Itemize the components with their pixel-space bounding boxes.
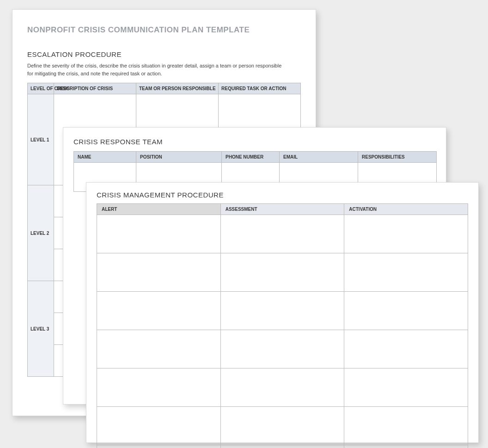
cell (97, 368, 221, 407)
cell (344, 330, 468, 368)
col-task: REQUIRED TASK OR ACTION (219, 83, 301, 94)
escalation-description: Define the severity of the crisis, descr… (27, 62, 286, 77)
col-position: POSITION (136, 152, 222, 163)
sheet-management-procedure: CRISIS MANAGEMENT PROCEDURE ALERT ASSESS… (86, 182, 479, 443)
escalation-heading: ESCALATION PROCEDURE (27, 50, 297, 58)
cell (344, 445, 468, 448)
col-team: TEAM OR PERSON RESPONSIBLE (136, 83, 219, 94)
col-email: EMAIL (280, 152, 358, 163)
level-3-label: LEVEL 3 (28, 281, 54, 377)
cell (344, 215, 468, 253)
col-responsibilities: RESPONSIBILITIES (358, 152, 437, 163)
cell (97, 215, 221, 253)
cell (97, 330, 221, 368)
col-activation: ACTIVATION (344, 204, 468, 215)
cell (97, 253, 221, 292)
cell (344, 368, 468, 407)
response-team-heading: CRISIS RESPONSE TEAM (73, 138, 436, 146)
document-title: NONPROFIT CRISIS COMMUNICATION PLAN TEMP… (27, 25, 297, 35)
cell (220, 215, 344, 253)
col-assessment: ASSESSMENT (220, 204, 344, 215)
cell (344, 407, 468, 445)
cell (97, 292, 221, 330)
cell (344, 253, 468, 292)
cell (220, 253, 344, 292)
cell (97, 407, 221, 445)
cell (220, 445, 344, 448)
level-2-label: LEVEL 2 (28, 185, 54, 281)
management-heading: CRISIS MANAGEMENT PROCEDURE (97, 191, 468, 199)
col-description: DESCRIPTION OF CRISIS (54, 83, 136, 94)
cell (220, 330, 344, 368)
col-phone: PHONE NUMBER (222, 152, 280, 163)
col-name: NAME (74, 152, 136, 163)
cell (220, 292, 344, 330)
canvas: NONPROFIT CRISIS COMMUNICATION PLAN TEMP… (0, 0, 488, 448)
col-level: LEVEL OF CRISIS (28, 83, 54, 94)
cell (97, 445, 221, 448)
management-table: ALERT ASSESSMENT ACTIVATION (97, 203, 468, 448)
cell (220, 407, 344, 445)
col-alert: ALERT (97, 204, 221, 215)
cell (344, 292, 468, 330)
level-1-label: LEVEL 1 (28, 94, 54, 185)
cell (220, 368, 344, 407)
